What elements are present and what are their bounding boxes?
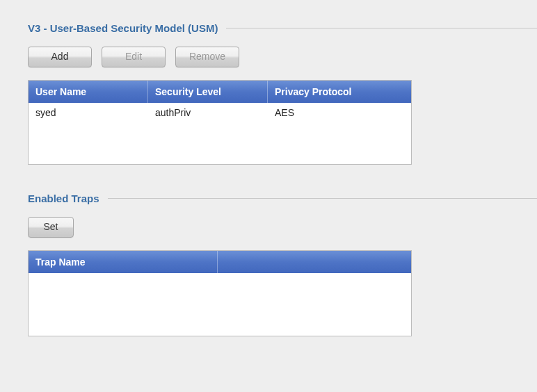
traps-table: Trap Name bbox=[28, 250, 412, 336]
traps-col-blank[interactable] bbox=[218, 251, 411, 273]
remove-button[interactable]: Remove bbox=[175, 47, 239, 67]
usm-col-priv[interactable]: Privacy Protocol bbox=[268, 81, 411, 103]
usm-section-header: V3 - User-Based Security Model (USM) bbox=[28, 22, 537, 34]
traps-table-header: Trap Name bbox=[29, 251, 411, 273]
add-button[interactable]: Add bbox=[28, 47, 92, 67]
traps-table-body bbox=[29, 273, 411, 336]
usm-section-rule bbox=[226, 28, 537, 28]
traps-section-rule bbox=[108, 198, 537, 199]
edit-button[interactable]: Edit bbox=[102, 47, 166, 67]
traps-col-name[interactable]: Trap Name bbox=[29, 251, 218, 273]
usm-table: User Name Security Level Privacy Protoco… bbox=[28, 80, 412, 165]
usm-col-level[interactable]: Security Level bbox=[148, 81, 268, 103]
usm-cell-user: syed bbox=[29, 107, 148, 118]
traps-section-title: Enabled Traps bbox=[28, 193, 99, 204]
table-row[interactable]: syed authPriv AES bbox=[29, 103, 411, 122]
traps-section-header: Enabled Traps bbox=[28, 193, 537, 204]
usm-table-header: User Name Security Level Privacy Protoco… bbox=[29, 81, 411, 103]
usm-col-user[interactable]: User Name bbox=[29, 81, 148, 103]
set-button[interactable]: Set bbox=[28, 217, 74, 238]
usm-cell-priv: AES bbox=[268, 107, 411, 118]
usm-cell-level: authPriv bbox=[148, 107, 268, 118]
usm-section-title: V3 - User-Based Security Model (USM) bbox=[28, 22, 218, 34]
